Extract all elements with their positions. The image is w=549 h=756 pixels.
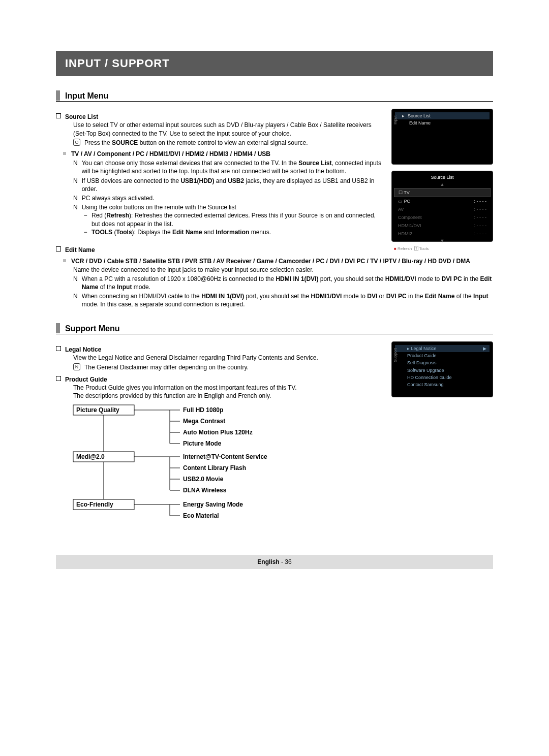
legal-notice-heading: Legal Notice	[56, 345, 383, 354]
note-source-choose: N You can choose only those external dev…	[73, 159, 383, 175]
svg-text:Content Library Flash: Content Library Flash	[183, 464, 246, 471]
svg-text:Full HD 1080p: Full HD 1080p	[183, 406, 223, 414]
svg-text:Eco Material: Eco Material	[183, 512, 219, 519]
osd-source-list: Source List ▲ ☐ TV ▭ PC: - - - - AV: - -…	[391, 171, 493, 242]
svg-text:Auto Motion Plus 120Hz: Auto Motion Plus 120Hz	[183, 429, 253, 436]
osd-input-menu: Input ▸Source List Edit Name	[391, 109, 493, 165]
note-pc: N PC always stays activated.	[73, 194, 383, 202]
svg-text:Internet@TV-Content Service: Internet@TV-Content Service	[183, 453, 267, 460]
edit-name-desc: Name the device connected to the input j…	[73, 266, 493, 274]
page-footer: English - 36	[56, 555, 493, 569]
note-pc-res: N When a PC with a resolution of 1920 x …	[73, 275, 493, 291]
source-list-heading: Source List	[56, 113, 383, 121]
svg-text:USB2.0 Movie: USB2.0 Movie	[183, 476, 224, 483]
source-press-note: O Press the SOURCE button on the remote …	[73, 139, 383, 147]
svg-text:DLNA Wireless: DLNA Wireless	[183, 487, 227, 494]
dash-refresh: − Red (Refresh): Refreshes the connected…	[83, 211, 383, 228]
page-banner: INPUT / SUPPORT	[56, 51, 493, 76]
feature-tree: Picture Quality Full HD 1080p Mega Contr…	[73, 405, 338, 522]
note-hdmi-dvi: N When connecting an HDMI/DVI cable to t…	[73, 292, 493, 308]
svg-text:Energy Saving Mode: Energy Saving Mode	[183, 501, 243, 508]
edit-name-devices: VCR / DVD / Cable STB / Satellite STB / …	[56, 257, 493, 265]
tv-av-heading: TV / AV / Component / PC / HDMI1/DVI / H…	[56, 150, 383, 158]
svg-text:Medi@2.0: Medi@2.0	[76, 453, 105, 460]
svg-text:Eco-Friendly: Eco-Friendly	[76, 501, 113, 508]
guide-desc2: The descriptions provided by this functi…	[73, 392, 383, 400]
source-list-desc: Use to select TV or other external input…	[73, 121, 383, 137]
svg-text:Picture Mode: Picture Mode	[183, 440, 222, 447]
input-menu-heading: Input Menu	[56, 90, 493, 102]
dash-tools: − TOOLS (Tools): Displays the Edit Name …	[83, 228, 383, 236]
osd-support-menu: Support ▸ Legal Notice▶ Product Guide Se…	[391, 341, 493, 397]
guide-desc1: The Product Guide gives you information …	[73, 384, 383, 392]
svg-text:Mega Contrast: Mega Contrast	[183, 418, 225, 425]
support-menu-heading: Support Menu	[56, 323, 493, 335]
legal-desc: View the Legal Notice and General Discla…	[73, 354, 383, 362]
note-color-buttons: N Using the color buttons on the remote …	[73, 203, 383, 211]
note-usb: N If USB devices are connected to the US…	[73, 177, 383, 193]
product-guide-heading: Product Guide	[56, 375, 383, 384]
legal-note: N The General Disclaimer may differ depe…	[73, 363, 383, 371]
svg-text:Picture Quality: Picture Quality	[76, 406, 119, 414]
